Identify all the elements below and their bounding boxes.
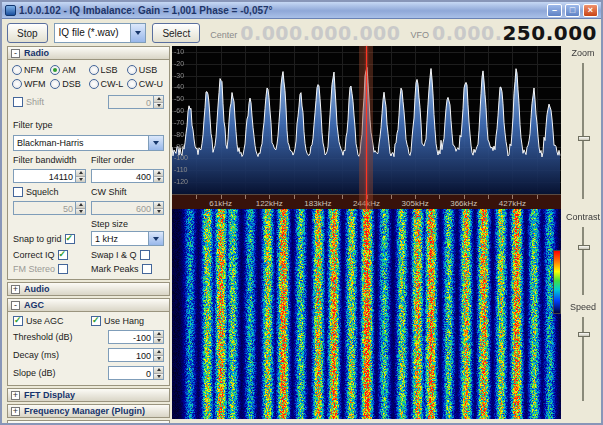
radio-button[interactable] [89, 79, 99, 89]
center-frequency-value[interactable]: 0.000.000.000 [240, 22, 400, 44]
radio-button[interactable] [127, 79, 137, 89]
shift-checkbox[interactable]: Shift [13, 97, 44, 107]
checkbox[interactable] [58, 250, 68, 260]
vfo-frequency-value[interactable]: 250.000 [502, 21, 597, 45]
vfo-frequency-prefix[interactable]: 0.000. [432, 22, 502, 44]
panel-header-agc[interactable]: - AGC [7, 298, 170, 312]
collapse-icon[interactable]: - [11, 49, 20, 58]
spin-down-icon[interactable] [154, 103, 163, 109]
mode-lsb[interactable]: LSB [89, 65, 127, 75]
spinner[interactable] [153, 349, 163, 361]
spinner[interactable] [153, 331, 163, 343]
radio-button[interactable] [12, 65, 22, 75]
spin-down-icon[interactable] [154, 177, 163, 183]
mode-cwl[interactable]: CW-L [89, 79, 127, 89]
source-select[interactable]: IQ file (*.wav) [54, 23, 147, 43]
mode-am[interactable]: AM [50, 65, 88, 75]
source-select-value[interactable]: IQ file (*.wav) [55, 24, 131, 42]
contrast-slider-track[interactable] [582, 227, 584, 295]
checkbox[interactable] [13, 97, 23, 107]
snap-to-grid-checkbox[interactable]: Snap to grid [13, 234, 86, 244]
expand-icon[interactable]: + [11, 407, 20, 416]
speed-slider[interactable] [574, 315, 592, 403]
spinner[interactable] [75, 202, 85, 214]
shift-input[interactable]: 0 [108, 95, 164, 109]
checkbox[interactable] [58, 264, 68, 274]
freq-tick-label: 122kHz [256, 199, 283, 208]
slope-input[interactable]: 0 [108, 366, 164, 380]
speed-slider-thumb[interactable] [578, 332, 590, 337]
panel-header-recording[interactable]: + Recording (Plugin) [7, 420, 170, 425]
checkbox[interactable] [13, 316, 23, 326]
contrast-slider[interactable] [574, 225, 592, 297]
cw-shift-input[interactable]: 600 [91, 201, 164, 215]
step-size-select[interactable]: 1 kHz [91, 231, 164, 246]
panel-header-fft-display[interactable]: + FFT Display [7, 388, 170, 402]
use-hang-checkbox[interactable]: Use Hang [91, 316, 164, 326]
checkbox[interactable] [142, 264, 152, 274]
spinner[interactable] [75, 170, 85, 182]
stop-button[interactable]: Stop [7, 23, 48, 43]
spin-down-icon[interactable] [154, 338, 163, 344]
expand-icon[interactable]: + [11, 285, 20, 294]
swap-iq-checkbox[interactable]: Swap I & Q [91, 250, 164, 260]
spin-down-icon[interactable] [76, 209, 85, 215]
zoom-slider[interactable] [574, 61, 592, 201]
squelch-input[interactable]: 50 [13, 201, 86, 215]
maximize-button[interactable]: □ [565, 4, 580, 17]
spin-down-icon[interactable] [76, 177, 85, 183]
mode-dsb[interactable]: DSB [50, 79, 88, 89]
checkbox[interactable] [65, 234, 75, 244]
close-button[interactable]: × [583, 4, 598, 17]
mode-wfm[interactable]: WFM [12, 79, 50, 89]
squelch-checkbox[interactable]: Squelch [13, 187, 86, 197]
select-button[interactable]: Select [152, 23, 200, 43]
spin-down-icon[interactable] [154, 209, 163, 215]
mode-cwu[interactable]: CW-U [127, 79, 165, 89]
filter-bandwidth-input[interactable]: 14110 [13, 169, 86, 183]
panel-header-frequency-manager[interactable]: + Frequency Manager (Plugin) [7, 404, 170, 418]
checkbox[interactable] [140, 250, 150, 260]
threshold-input[interactable]: -100 [108, 330, 164, 344]
dropdown-arrow-icon[interactable] [130, 24, 145, 42]
mark-peaks-checkbox[interactable]: Mark Peaks [91, 264, 164, 274]
spin-down-icon[interactable] [154, 374, 163, 380]
panel-header-audio[interactable]: + Audio [7, 282, 170, 296]
spinner[interactable] [153, 367, 163, 379]
spin-down-icon[interactable] [154, 356, 163, 362]
expand-icon[interactable]: + [11, 391, 20, 400]
radio-button[interactable] [127, 65, 137, 75]
radio-button[interactable] [50, 65, 60, 75]
radio-button[interactable] [89, 65, 99, 75]
dropdown-arrow-icon[interactable] [148, 232, 163, 245]
contrast-slider-thumb[interactable] [578, 245, 590, 250]
checkbox[interactable] [13, 187, 23, 197]
frequency-scale[interactable]: 61kHz122kHz183kHz244kHz305kHz366kHz427kH… [172, 194, 561, 209]
minimize-button[interactable]: – [547, 4, 562, 17]
radio-button[interactable] [50, 79, 60, 89]
speed-slider-track[interactable] [582, 317, 584, 401]
spinner[interactable] [153, 96, 163, 108]
spinner[interactable] [153, 202, 163, 214]
zoom-slider-track[interactable] [582, 63, 584, 199]
filter-order-input[interactable]: 400 [91, 169, 164, 183]
freq-tick [196, 195, 197, 199]
zoom-slider-thumb[interactable] [578, 136, 590, 141]
fm-stereo-checkbox[interactable]: FM Stereo [13, 264, 86, 274]
dropdown-arrow-icon[interactable] [148, 136, 163, 150]
use-agc-checkbox[interactable]: Use AGC [13, 316, 86, 326]
checkbox[interactable] [91, 316, 101, 326]
freq-tick-label: 61kHz [209, 199, 232, 208]
collapse-icon[interactable]: - [11, 301, 20, 310]
mode-usb[interactable]: USB [127, 65, 165, 75]
fft-spectrum-canvas[interactable] [172, 46, 561, 194]
spinner[interactable] [153, 170, 163, 182]
panel-header-radio[interactable]: - Radio [7, 46, 170, 60]
waterfall-canvas[interactable] [172, 209, 561, 419]
decay-input[interactable]: 100 [108, 348, 164, 362]
mode-nfm[interactable]: NFM [12, 65, 50, 75]
radio-button[interactable] [12, 79, 22, 89]
filter-type-select[interactable]: Blackman-Harris [13, 135, 164, 151]
correct-iq-checkbox[interactable]: Correct IQ [13, 250, 86, 260]
freq-tick [342, 195, 343, 199]
